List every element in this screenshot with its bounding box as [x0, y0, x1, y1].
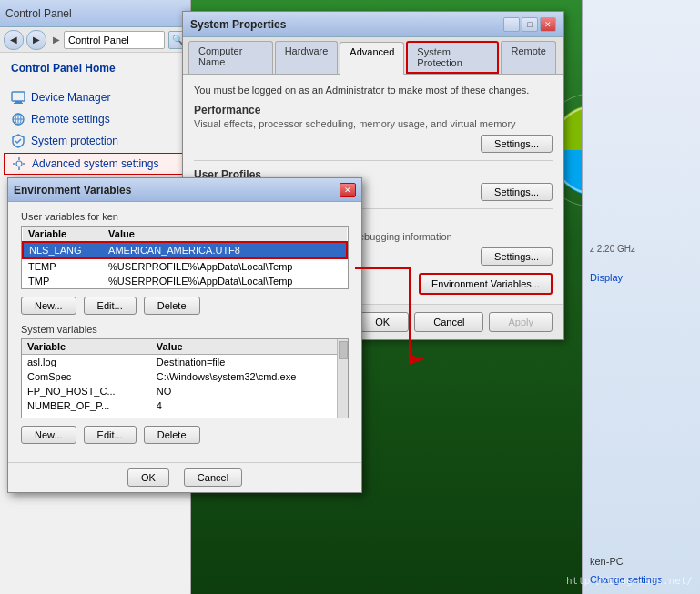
computer-name: ken-PC — [590, 556, 624, 567]
sidebar-item-remote-settings[interactable]: Remote settings — [4, 109, 187, 129]
system-delete-button[interactable]: Delete — [144, 426, 200, 444]
system-vars-title: System variables — [21, 324, 349, 335]
user-var-temp-variable: TEMP — [23, 258, 103, 274]
user-delete-button[interactable]: Delete — [144, 297, 200, 315]
admin-notice: You must be logged on as an Administrato… — [194, 84, 553, 96]
sys-var-fpnohost-variable: FP_NO_HOST_C... — [22, 384, 151, 398]
apply-button[interactable]: Apply — [489, 312, 553, 332]
user-var-nls-value: AMERICAN_AMERICA.UTF8 — [103, 242, 347, 258]
system-vars-buttons: New... Edit... Delete — [21, 426, 349, 444]
svg-rect-2 — [12, 92, 25, 101]
user-vars-buttons: New... Edit... Delete — [21, 297, 349, 315]
env-cancel-button[interactable]: Cancel — [184, 468, 242, 487]
remote-settings-icon — [11, 112, 25, 126]
user-var-tmp-value: %USERPROFILE%\AppData\Local\Temp — [103, 274, 347, 288]
tab-computer-name[interactable]: Computer Name — [188, 41, 273, 74]
svg-rect-4 — [14, 103, 23, 104]
sys-var-numproc-variable: NUMBER_OF_P... — [22, 398, 151, 413]
system-protection-icon — [11, 134, 25, 148]
environment-variables-dialog: Environment Variables ✕ User variables f… — [7, 177, 362, 493]
cancel-button[interactable]: Cancel — [414, 312, 483, 332]
user-var-row-tmp[interactable]: TMP %USERPROFILE%\AppData\Local\Temp — [23, 274, 347, 288]
close-button[interactable]: ✕ — [540, 17, 556, 32]
user-new-button[interactable]: New... — [21, 297, 76, 315]
environment-variables-button[interactable]: Environment Variables... — [419, 273, 553, 295]
device-manager-label: Device Manager — [31, 91, 110, 104]
right-panel-content: z 2.20 GHz Display — [583, 0, 700, 290]
processor-info: z 2.20 GHz — [590, 244, 693, 254]
env-close-button[interactable]: ✕ — [340, 183, 356, 197]
right-info-panel: z 2.20 GHz Display ken-PC Change setting… — [582, 0, 700, 594]
user-edit-button[interactable]: Edit... — [84, 297, 137, 315]
address-text: Control Panel — [68, 35, 129, 45]
sys-var-comspec-value: C:\Windows\system32\cmd.exe — [151, 369, 348, 384]
cp-home-link[interactable]: Control Panel Home — [4, 60, 187, 76]
cp-title: Control Panel — [5, 7, 72, 20]
tab-hardware[interactable]: Hardware — [275, 41, 339, 74]
device-manager-icon — [11, 90, 25, 105]
minimize-button[interactable]: ─ — [503, 17, 520, 32]
sys-var-row-asllog[interactable]: asl.log Destination=file — [22, 355, 348, 370]
user-var-row-temp[interactable]: TEMP %USERPROFILE%\AppData\Local\Temp — [23, 258, 347, 274]
system-vars-scrollbar[interactable] — [337, 339, 348, 418]
startup-settings-button[interactable]: Settings... — [481, 247, 553, 266]
cp-nav: ◀ ▶ ▶ Control Panel 🔍 — [0, 27, 190, 53]
tabs-bar: Computer Name Hardware Advanced System P… — [183, 37, 563, 75]
advanced-settings-label: Advanced system settings — [32, 157, 158, 170]
env-title: Environment Variables — [14, 184, 131, 196]
system-vars-table-container: Variable Value asl.log Destination=file … — [21, 338, 349, 418]
user-var-tmp-variable: TMP — [23, 274, 103, 288]
user-var-nls-variable: NLS_LANG — [23, 242, 103, 258]
maximize-button[interactable]: □ — [522, 17, 538, 32]
user-var-temp-value: %USERPROFILE%\AppData\Local\Temp — [103, 258, 347, 274]
sys-var-col-variable: Variable — [22, 339, 151, 355]
computer-name-area: ken-PC — [590, 556, 624, 567]
sys-props-title: System Properties — [190, 18, 286, 31]
tab-advanced[interactable]: Advanced — [340, 42, 404, 75]
sys-var-fpnohost-value: NO — [151, 384, 348, 398]
env-content: User variables for ken Variable Value NL… — [8, 202, 361, 462]
performance-header: Performance — [194, 104, 553, 116]
scrollbar-thumb[interactable] — [339, 341, 348, 359]
user-vars-title: User variables for ken — [21, 211, 349, 222]
performance-settings-button[interactable]: Settings... — [481, 135, 553, 153]
svg-point-9 — [16, 161, 22, 166]
tab-system-protection[interactable]: System Protection — [406, 41, 499, 74]
ok-button[interactable]: OK — [356, 312, 409, 332]
svg-rect-3 — [15, 101, 22, 103]
display-label[interactable]: Display — [590, 272, 693, 283]
user-var-row-nls[interactable]: NLS_LANG AMERICAN_AMERICA.UTF8 — [23, 242, 347, 258]
sys-var-row-comspec[interactable]: ComSpec C:\Windows\system32\cmd.exe — [22, 369, 348, 384]
sys-var-comspec-variable: ComSpec — [22, 369, 151, 384]
sidebar-item-system-protection[interactable]: System protection — [4, 131, 187, 151]
system-edit-button[interactable]: Edit... — [84, 426, 137, 444]
advanced-settings-icon — [12, 156, 26, 171]
sys-var-asllog-variable: asl.log — [22, 355, 151, 370]
system-vars-table: Variable Value asl.log Destination=file … — [22, 339, 348, 413]
back-button[interactable]: ◀ — [4, 30, 24, 50]
sidebar-item-device-manager[interactable]: Device Manager — [4, 87, 187, 107]
tab-remote[interactable]: Remote — [501, 41, 556, 74]
divider-1 — [194, 160, 553, 161]
sys-var-numproc-value: 4 — [151, 398, 348, 413]
system-new-button[interactable]: New... — [21, 426, 76, 444]
cp-titlebar: Control Panel — [0, 0, 190, 27]
user-vars-table-container: Variable Value NLS_LANG AMERICAN_AMERICA… — [21, 226, 349, 289]
env-titlebar: Environment Variables ✕ — [8, 178, 361, 202]
sys-var-row-numproc[interactable]: NUMBER_OF_P... 4 — [22, 398, 348, 413]
user-var-col-value: Value — [103, 227, 347, 242]
remote-settings-label: Remote settings — [31, 113, 110, 126]
performance-desc: Visual effects, processor scheduling, me… — [194, 118, 553, 129]
forward-button[interactable]: ▶ — [26, 30, 46, 50]
watermark: http://blog.csdn.net/ — [566, 575, 693, 587]
sys-var-row-fpnohost[interactable]: FP_NO_HOST_C... NO — [22, 384, 348, 398]
sys-var-col-value: Value — [151, 339, 348, 355]
sys-var-asllog-value: Destination=file — [151, 355, 348, 370]
address-bar[interactable]: Control Panel — [64, 31, 165, 49]
env-bottom-buttons: OK Cancel — [8, 462, 361, 492]
sidebar-item-advanced-settings[interactable]: Advanced system settings — [4, 153, 187, 175]
user-var-col-variable: Variable — [23, 227, 103, 242]
user-profiles-settings-button[interactable]: Settings... — [481, 183, 553, 201]
system-protection-label: System protection — [31, 135, 118, 147]
env-ok-button[interactable]: OK — [127, 468, 169, 487]
